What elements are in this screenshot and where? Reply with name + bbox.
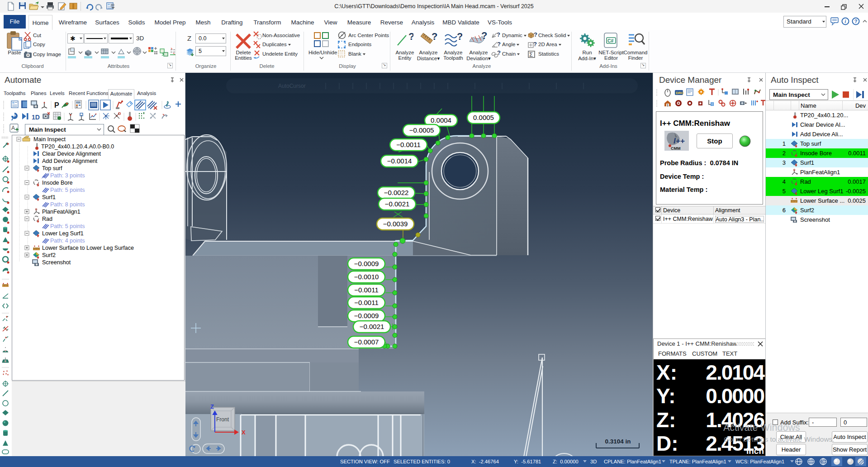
svg-text:Clear Device Alignment: Clear Device Alignment [42, 151, 101, 157]
svg-text:−0.0021: −0.0021 [385, 200, 410, 208]
svg-text:−0.0009: −0.0009 [354, 260, 379, 267]
svg-text:Insode Bore: Insode Bore [42, 180, 72, 186]
svg-text:−0.0010: −0.0010 [354, 273, 379, 281]
svg-text:PlanFeatAlign1: PlanFeatAlign1 [42, 209, 81, 215]
svg-text:Surf2: Surf2 [42, 252, 56, 258]
svg-text:−0.0011: −0.0011 [354, 299, 379, 306]
svg-text:Path: 5 points: Path: 5 points [50, 223, 85, 229]
svg-text:Path: 5 points: Path: 5 points [50, 187, 85, 193]
svg-text:?: ? [497, 41, 501, 48]
svg-text:−0.0005: −0.0005 [409, 126, 434, 134]
svg-text:C#: C# [607, 38, 614, 43]
svg-text:AutoCursor: AutoCursor [278, 83, 306, 89]
svg-text:P: P [13, 114, 16, 118]
svg-text:−0.0014: −0.0014 [387, 157, 412, 165]
svg-text:Front: Front [216, 416, 229, 423]
svg-text:Path: 4 points: Path: 4 points [50, 238, 85, 244]
svg-text:−0.0011: −0.0011 [354, 286, 379, 294]
svg-text:TP20_4x40.1.20.4.A0.0-B0.0: TP20_4x40.1.20.4.A0.0-B0.0 [41, 143, 114, 150]
svg-text:CMM: CMM [671, 146, 681, 151]
svg-text:DRO: DRO [676, 91, 684, 95]
svg-text:0.0004: 0.0004 [431, 116, 451, 124]
svg-text:?: ? [497, 31, 500, 38]
svg-text:Add Device Alignment: Add Device Alignment [42, 158, 98, 164]
svg-text:?: ? [533, 41, 537, 48]
svg-text:i: i [845, 19, 846, 24]
svg-text:Rad: Rad [42, 216, 52, 222]
svg-text:Main Inspect: Main Inspect [33, 136, 66, 143]
svg-text:1: 1 [667, 104, 669, 107]
svg-text:Top surf: Top surf [42, 165, 62, 172]
svg-text:A: A [11, 125, 15, 131]
svg-text:?: ? [408, 32, 413, 42]
svg-text:Lower Surface to Lower Leg Sur: Lower Surface to Lower Leg Surface [42, 245, 134, 251]
svg-text:I++: I++ [674, 137, 685, 145]
svg-text:Lower Leg Surf1: Lower Leg Surf1 [42, 230, 84, 237]
svg-text:Σ: Σ [529, 51, 533, 58]
svg-text:Path: 3 points: Path: 3 points [50, 172, 85, 179]
svg-text:Z: Z [210, 403, 214, 410]
svg-text:−0.0039: −0.0039 [383, 220, 408, 228]
svg-text:P: P [54, 101, 59, 109]
svg-text:?: ? [457, 32, 462, 42]
svg-text:?: ? [854, 19, 858, 24]
svg-text:−0.0011: −0.0011 [396, 141, 421, 148]
svg-text:1D: 1D [32, 114, 40, 121]
svg-text:?: ? [432, 32, 437, 42]
svg-text:0.3104 in: 0.3104 in [605, 438, 631, 445]
svg-text:−0.0009: −0.0009 [354, 312, 379, 319]
svg-text:Screenshot: Screenshot [42, 259, 71, 266]
svg-text:Surf1: Surf1 [42, 194, 56, 200]
svg-text:0.0005: 0.0005 [473, 114, 494, 121]
svg-text:−0.0022: −0.0022 [384, 189, 409, 196]
svg-text:X: X [242, 429, 246, 436]
svg-text:−0.0021: −0.0021 [360, 323, 384, 330]
svg-text:?: ? [497, 49, 501, 56]
svg-text:?: ? [481, 32, 487, 41]
svg-text:?: ? [534, 31, 537, 38]
svg-text:Path: 8 points: Path: 8 points [50, 201, 85, 208]
svg-text:−0.0007: −0.0007 [354, 338, 379, 346]
